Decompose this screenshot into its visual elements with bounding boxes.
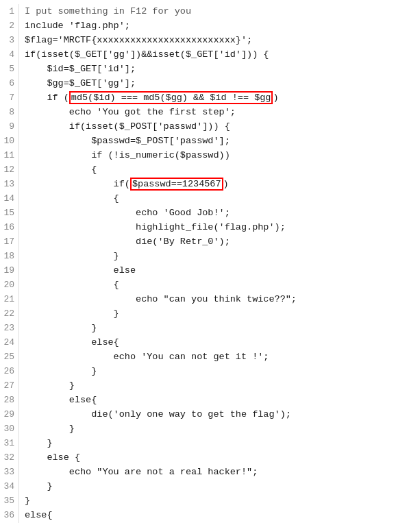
code-line: if (md5($id) === md5($gg) && $id !== $gg… [25, 90, 420, 105]
line-number: 17 [3, 234, 14, 249]
line-number: 9 [3, 119, 14, 134]
code-viewer: 1234567891011121314151617181920212223242… [0, 0, 420, 523]
line-number: 1 [3, 4, 14, 19]
code-line: echo 'Good Job!'; [25, 206, 420, 220]
line-number: 28 [3, 393, 14, 407]
code-line: else{ [25, 335, 420, 350]
code-line: die('only one way to get the flag'); [25, 407, 420, 422]
line-number: 23 [3, 321, 14, 335]
line-number: 13 [3, 177, 14, 191]
line-number: 32 [3, 450, 14, 465]
line-number: 12 [3, 162, 14, 177]
code-line: I put something in F12 for you [25, 4, 420, 19]
line-number: 29 [3, 407, 14, 422]
code-line: highlight_file('flag.php'); [25, 220, 420, 234]
line-number: 3 [3, 33, 14, 47]
line-number: 36 [3, 508, 14, 522]
line-number: 2 [3, 19, 14, 33]
line-number: 18 [3, 249, 14, 263]
code-line: } [25, 364, 420, 378]
code-line: } [25, 378, 420, 393]
code-line: else { [25, 450, 420, 465]
code-line: } [25, 479, 420, 494]
code-line: if(isset($_GET['gg'])&&isset($_GET['id']… [25, 47, 420, 62]
code-line: echo "can you think twice??"; [25, 292, 420, 306]
line-number: 22 [3, 306, 14, 321]
code-line: { [25, 191, 420, 206]
code-line: else{ [25, 508, 420, 522]
line-number: 14 [3, 191, 14, 206]
code-line: if($passwd==1234567) [25, 177, 420, 191]
code-line: else{ [25, 393, 420, 407]
highlight-box-line7: md5($id) === md5($gg) && $id !== $gg [69, 91, 273, 104]
line-number: 8 [3, 105, 14, 119]
code-line: die('By Retr_0'); [25, 234, 420, 249]
code-line: include 'flag.php'; [25, 19, 420, 33]
code-line: } [25, 249, 420, 263]
code-line: { [25, 278, 420, 292]
line-number: 27 [3, 378, 14, 393]
line-number: 11 [3, 148, 14, 162]
code-line: echo "You are not a real hacker!"; [25, 465, 420, 479]
code-line: } [25, 306, 420, 321]
line-number: 15 [3, 206, 14, 220]
line-number: 6 [3, 76, 14, 90]
code-line: } [25, 321, 420, 335]
line-number: 16 [3, 220, 14, 234]
code-line: { [25, 162, 420, 177]
line-number: 30 [3, 422, 14, 436]
line-number: 20 [3, 278, 14, 292]
line-number: 24 [3, 335, 14, 350]
code-lines: I put something in F12 for youinclude 'f… [25, 4, 420, 523]
code-line: } [25, 494, 420, 508]
line-number: 33 [3, 465, 14, 479]
line-number: 31 [3, 436, 14, 450]
line-number: 25 [3, 350, 14, 364]
code-line: echo 'You got the first step'; [25, 105, 420, 119]
code-line: else [25, 263, 420, 278]
line-number: 7 [3, 90, 14, 105]
code-line: } [25, 422, 420, 436]
line-number: 10 [3, 134, 14, 148]
line-number: 4 [3, 47, 14, 62]
code-line: echo 'You can not get it !'; [25, 350, 420, 364]
code-line: $flag='MRCTF{xxxxxxxxxxxxxxxxxxxxxxxxx}'… [25, 33, 420, 47]
line-numbers: 1234567891011121314151617181920212223242… [0, 4, 19, 523]
line-number: 19 [3, 263, 14, 278]
code-line: if (!is_numeric($passwd)) [25, 148, 420, 162]
line-number: 21 [3, 292, 14, 306]
code-line: $gg=$_GET['gg']; [25, 76, 420, 90]
code-line: if(isset($_POST['passwd'])) { [25, 119, 420, 134]
line-number: 26 [3, 364, 14, 378]
line-number: 35 [3, 494, 14, 508]
code-line: $passwd=$_POST['passwd']; [25, 134, 420, 148]
code-line: $id=$_GET['id']; [25, 62, 420, 76]
line-number: 34 [3, 479, 14, 494]
code-line: } [25, 436, 420, 450]
highlight-box-line13: $passwd==1234567 [130, 178, 223, 191]
line-number: 5 [3, 62, 14, 76]
